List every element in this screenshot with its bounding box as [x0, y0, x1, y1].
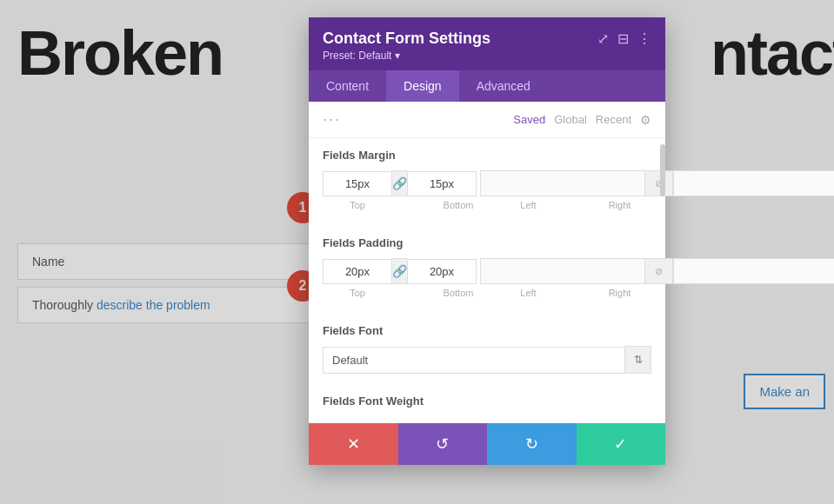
margin-right-label: Right — [588, 200, 651, 210]
recent-link[interactable]: Recent — [596, 113, 631, 126]
fields-margin-labels: Top Bottom Left Right — [323, 200, 651, 210]
tab-advanced[interactable]: Advanced — [459, 70, 548, 102]
modal-tabs: Content Design Advanced — [309, 70, 665, 102]
padding-left-label: Left — [497, 288, 560, 298]
margin-left-label: Left — [497, 200, 560, 210]
fields-padding-inputs: 🔗 ⊘ — [323, 258, 651, 284]
undo-button[interactable]: ↺ — [398, 423, 488, 465]
fields-font-title: Fields Font — [323, 324, 651, 337]
padding-right-input[interactable] — [673, 258, 834, 284]
margin-right-input[interactable] — [673, 170, 834, 196]
save-button[interactable]: ✓ — [577, 423, 666, 465]
margin-slash-icon: ⊘ — [645, 170, 673, 196]
fields-padding-section: Fields Padding 🔗 ⊘ Top Bottom Left Right — [309, 226, 665, 314]
padding-right-group: ⊘ — [480, 258, 834, 284]
margin-link-icon[interactable]: 🔗 — [392, 170, 407, 196]
columns-icon[interactable]: ⊟ — [617, 30, 629, 47]
settings-gear-icon[interactable]: ⚙ — [640, 113, 651, 127]
font-select[interactable]: Default — [323, 347, 625, 374]
modal-header-icons: ⤢ ⊟ ⋮ — [597, 30, 651, 47]
margin-bottom-input[interactable] — [407, 171, 477, 196]
padding-right-label: Right — [588, 288, 651, 298]
fields-font-weight-section: Fields Font Weight — [309, 384, 665, 423]
margin-bottom-label: Bottom — [424, 200, 493, 210]
modal-sub-header: ··· Saved Global Recent ⚙ — [309, 102, 665, 138]
expand-icon[interactable]: ⤢ — [597, 30, 609, 47]
tab-content[interactable]: Content — [309, 70, 386, 102]
fields-margin-section: Fields Margin 🔗 ⊘ Top Bottom Left Right — [309, 138, 665, 226]
contact-form-settings-modal: Contact Form Settings ⤢ ⊟ ⋮ Preset: Defa… — [309, 17, 665, 465]
cancel-button[interactable]: ✕ — [309, 423, 398, 465]
padding-top-input[interactable] — [323, 259, 392, 284]
margin-left-input[interactable] — [480, 170, 645, 196]
modal-footer: ✕ ↺ ↻ ✓ — [309, 423, 665, 465]
more-icon[interactable]: ⋮ — [637, 30, 651, 47]
font-select-row: Default ⇅ — [323, 346, 651, 374]
margin-right-group: ⊘ — [480, 170, 834, 196]
modal-preset[interactable]: Preset: Default ▾ — [323, 50, 651, 62]
margin-top-input[interactable] — [323, 171, 392, 196]
fields-padding-labels: Top Bottom Left Right — [323, 288, 651, 298]
modal-scrollbar[interactable] — [660, 144, 665, 196]
modal-title: Contact Form Settings — [323, 30, 490, 48]
modal-header: Contact Form Settings ⤢ ⊟ ⋮ Preset: Defa… — [309, 17, 665, 70]
padding-top-label: Top — [323, 288, 392, 298]
sub-header-dots: ··· — [323, 110, 341, 129]
modal-body: ··· Saved Global Recent ⚙ Fields Margin … — [309, 102, 665, 423]
fields-font-weight-title: Fields Font Weight — [323, 395, 651, 408]
sub-header-links: Saved Global Recent ⚙ — [513, 113, 651, 127]
redo-button[interactable]: ↻ — [487, 423, 577, 465]
margin-top-label: Top — [323, 200, 392, 210]
fields-padding-title: Fields Padding — [323, 236, 651, 249]
padding-bottom-label: Bottom — [424, 288, 493, 298]
fields-font-section: Fields Font Default ⇅ — [309, 314, 665, 384]
font-select-arrow-icon: ⇅ — [625, 346, 651, 374]
fields-margin-title: Fields Margin — [323, 149, 651, 162]
fields-margin-inputs: 🔗 ⊘ — [323, 170, 651, 196]
tab-design[interactable]: Design — [386, 70, 459, 102]
saved-link[interactable]: Saved — [513, 113, 545, 126]
padding-slash-icon: ⊘ — [645, 258, 673, 284]
padding-left-input[interactable] — [480, 258, 645, 284]
padding-bottom-input[interactable] — [407, 259, 477, 284]
global-link[interactable]: Global — [554, 113, 587, 126]
padding-link-icon[interactable]: 🔗 — [392, 258, 407, 284]
